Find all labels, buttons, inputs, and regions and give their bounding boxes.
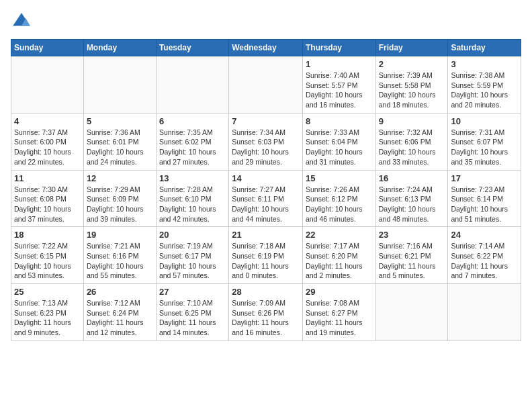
day-number: 14 xyxy=(232,173,300,183)
day-info: Sunrise: 7:31 AM Sunset: 6:07 PM Dayligh… xyxy=(451,128,518,167)
calendar-week-1: 1Sunrise: 7:40 AM Sunset: 5:57 PM Daylig… xyxy=(11,56,521,113)
day-info: Sunrise: 7:28 AM Sunset: 6:10 PM Dayligh… xyxy=(159,185,226,224)
day-number: 24 xyxy=(451,230,518,240)
calendar-cell: 14Sunrise: 7:27 AM Sunset: 6:11 PM Dayli… xyxy=(229,170,303,227)
calendar-cell: 25Sunrise: 7:13 AM Sunset: 6:23 PM Dayli… xyxy=(11,284,84,341)
calendar-week-4: 18Sunrise: 7:22 AM Sunset: 6:15 PM Dayli… xyxy=(11,227,521,284)
day-number: 11 xyxy=(14,173,81,183)
day-info: Sunrise: 7:35 AM Sunset: 6:02 PM Dayligh… xyxy=(159,128,226,167)
calendar-cell xyxy=(448,284,521,341)
day-info: Sunrise: 7:22 AM Sunset: 6:15 PM Dayligh… xyxy=(14,241,81,281)
calendar-cell: 6Sunrise: 7:35 AM Sunset: 6:02 PM Daylig… xyxy=(156,113,228,170)
calendar-cell xyxy=(11,56,84,113)
day-info: Sunrise: 7:26 AM Sunset: 6:12 PM Dayligh… xyxy=(306,185,373,224)
calendar-cell: 16Sunrise: 7:24 AM Sunset: 6:13 PM Dayli… xyxy=(375,170,448,227)
calendar-header-wednesday: Wednesday xyxy=(229,40,303,56)
day-number: 18 xyxy=(14,230,81,240)
calendar-cell: 17Sunrise: 7:23 AM Sunset: 6:14 PM Dayli… xyxy=(448,170,521,227)
day-number: 25 xyxy=(14,287,81,297)
calendar-cell: 19Sunrise: 7:21 AM Sunset: 6:16 PM Dayli… xyxy=(83,227,156,284)
day-info: Sunrise: 7:24 AM Sunset: 6:13 PM Dayligh… xyxy=(379,185,445,224)
page-header xyxy=(11,11,521,32)
day-info: Sunrise: 7:39 AM Sunset: 5:58 PM Dayligh… xyxy=(379,71,445,110)
calendar-week-3: 11Sunrise: 7:30 AM Sunset: 6:08 PM Dayli… xyxy=(11,170,521,227)
day-number: 19 xyxy=(87,230,153,240)
day-info: Sunrise: 7:19 AM Sunset: 6:17 PM Dayligh… xyxy=(159,241,226,281)
calendar-cell: 18Sunrise: 7:22 AM Sunset: 6:15 PM Dayli… xyxy=(11,227,84,284)
calendar-cell: 24Sunrise: 7:14 AM Sunset: 6:22 PM Dayli… xyxy=(448,227,521,284)
calendar-cell: 29Sunrise: 7:08 AM Sunset: 6:27 PM Dayli… xyxy=(302,284,375,341)
day-info: Sunrise: 7:38 AM Sunset: 5:59 PM Dayligh… xyxy=(451,71,518,110)
day-number: 28 xyxy=(232,287,300,297)
day-number: 20 xyxy=(159,230,226,240)
day-number: 15 xyxy=(306,173,373,183)
calendar-cell xyxy=(156,56,228,113)
logo-icon xyxy=(11,11,32,32)
calendar-week-2: 4Sunrise: 7:37 AM Sunset: 6:00 PM Daylig… xyxy=(11,113,521,170)
day-info: Sunrise: 7:16 AM Sunset: 6:21 PM Dayligh… xyxy=(379,241,445,281)
calendar-header-tuesday: Tuesday xyxy=(156,40,228,56)
day-number: 23 xyxy=(379,230,445,240)
calendar-cell: 27Sunrise: 7:10 AM Sunset: 6:25 PM Dayli… xyxy=(156,284,228,341)
day-number: 7 xyxy=(232,116,300,126)
calendar-header-sunday: Sunday xyxy=(11,40,84,56)
day-number: 21 xyxy=(232,230,300,240)
day-number: 4 xyxy=(14,116,81,126)
calendar-cell: 23Sunrise: 7:16 AM Sunset: 6:21 PM Dayli… xyxy=(375,227,448,284)
day-number: 6 xyxy=(159,116,226,126)
day-info: Sunrise: 7:08 AM Sunset: 6:27 PM Dayligh… xyxy=(306,298,373,338)
day-info: Sunrise: 7:37 AM Sunset: 6:00 PM Dayligh… xyxy=(14,128,81,167)
day-info: Sunrise: 7:18 AM Sunset: 6:19 PM Dayligh… xyxy=(232,241,300,281)
day-number: 16 xyxy=(379,173,445,183)
day-number: 8 xyxy=(306,116,373,126)
calendar-cell xyxy=(375,284,448,341)
day-number: 27 xyxy=(159,287,226,297)
calendar-header-row: SundayMondayTuesdayWednesdayThursdayFrid… xyxy=(11,40,521,56)
calendar-header-friday: Friday xyxy=(375,40,448,56)
day-info: Sunrise: 7:21 AM Sunset: 6:16 PM Dayligh… xyxy=(87,241,153,281)
day-info: Sunrise: 7:13 AM Sunset: 6:23 PM Dayligh… xyxy=(14,298,81,338)
calendar-cell: 3Sunrise: 7:38 AM Sunset: 5:59 PM Daylig… xyxy=(448,56,521,113)
calendar-cell: 8Sunrise: 7:33 AM Sunset: 6:04 PM Daylig… xyxy=(302,113,375,170)
logo xyxy=(11,11,35,32)
day-number: 3 xyxy=(451,59,518,69)
day-info: Sunrise: 7:09 AM Sunset: 6:26 PM Dayligh… xyxy=(232,298,300,338)
calendar-cell: 4Sunrise: 7:37 AM Sunset: 6:00 PM Daylig… xyxy=(11,113,84,170)
calendar-cell: 22Sunrise: 7:17 AM Sunset: 6:20 PM Dayli… xyxy=(302,227,375,284)
calendar-cell: 9Sunrise: 7:32 AM Sunset: 6:06 PM Daylig… xyxy=(375,113,448,170)
day-number: 2 xyxy=(379,59,445,69)
day-info: Sunrise: 7:34 AM Sunset: 6:03 PM Dayligh… xyxy=(232,128,300,167)
day-info: Sunrise: 7:32 AM Sunset: 6:06 PM Dayligh… xyxy=(379,128,445,167)
day-number: 29 xyxy=(306,287,373,297)
day-number: 10 xyxy=(451,116,518,126)
calendar-header-thursday: Thursday xyxy=(302,40,375,56)
calendar-cell: 1Sunrise: 7:40 AM Sunset: 5:57 PM Daylig… xyxy=(302,56,375,113)
day-number: 5 xyxy=(87,116,153,126)
calendar-cell: 26Sunrise: 7:12 AM Sunset: 6:24 PM Dayli… xyxy=(83,284,156,341)
day-info: Sunrise: 7:23 AM Sunset: 6:14 PM Dayligh… xyxy=(451,185,518,224)
calendar-cell: 2Sunrise: 7:39 AM Sunset: 5:58 PM Daylig… xyxy=(375,56,448,113)
day-info: Sunrise: 7:33 AM Sunset: 6:04 PM Dayligh… xyxy=(306,128,373,167)
day-number: 1 xyxy=(306,59,373,69)
calendar-week-5: 25Sunrise: 7:13 AM Sunset: 6:23 PM Dayli… xyxy=(11,284,521,341)
calendar-cell: 21Sunrise: 7:18 AM Sunset: 6:19 PM Dayli… xyxy=(229,227,303,284)
day-number: 17 xyxy=(451,173,518,183)
calendar-cell: 10Sunrise: 7:31 AM Sunset: 6:07 PM Dayli… xyxy=(448,113,521,170)
day-info: Sunrise: 7:14 AM Sunset: 6:22 PM Dayligh… xyxy=(451,241,518,281)
calendar-cell: 28Sunrise: 7:09 AM Sunset: 6:26 PM Dayli… xyxy=(229,284,303,341)
calendar-cell: 12Sunrise: 7:29 AM Sunset: 6:09 PM Dayli… xyxy=(83,170,156,227)
day-info: Sunrise: 7:10 AM Sunset: 6:25 PM Dayligh… xyxy=(159,298,226,338)
day-number: 22 xyxy=(306,230,373,240)
day-info: Sunrise: 7:29 AM Sunset: 6:09 PM Dayligh… xyxy=(87,185,153,224)
calendar-header-saturday: Saturday xyxy=(448,40,521,56)
calendar-cell: 13Sunrise: 7:28 AM Sunset: 6:10 PM Dayli… xyxy=(156,170,228,227)
calendar-header-monday: Monday xyxy=(83,40,156,56)
calendar-cell xyxy=(83,56,156,113)
calendar-cell: 11Sunrise: 7:30 AM Sunset: 6:08 PM Dayli… xyxy=(11,170,84,227)
day-info: Sunrise: 7:30 AM Sunset: 6:08 PM Dayligh… xyxy=(14,185,81,224)
day-number: 13 xyxy=(159,173,226,183)
day-number: 26 xyxy=(87,287,153,297)
day-info: Sunrise: 7:12 AM Sunset: 6:24 PM Dayligh… xyxy=(87,298,153,338)
calendar-cell: 15Sunrise: 7:26 AM Sunset: 6:12 PM Dayli… xyxy=(302,170,375,227)
day-info: Sunrise: 7:40 AM Sunset: 5:57 PM Dayligh… xyxy=(306,71,373,110)
